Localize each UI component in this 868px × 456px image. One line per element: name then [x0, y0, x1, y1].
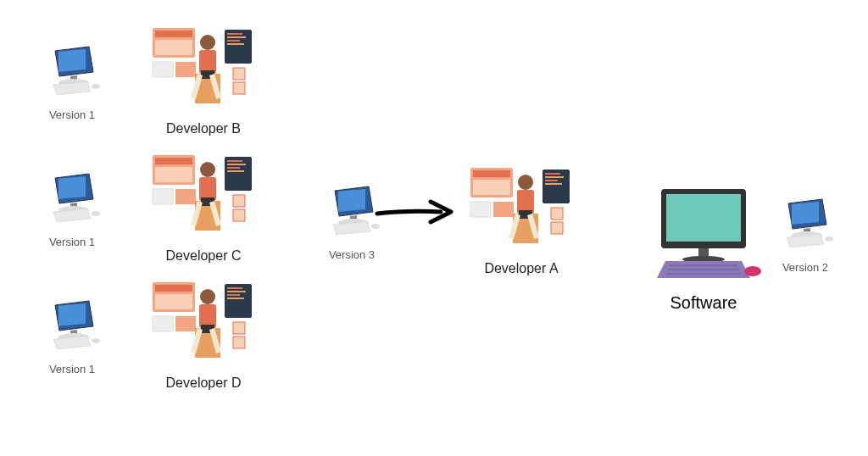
- svg-rect-49: [227, 294, 240, 296]
- svg-rect-32: [227, 164, 246, 165]
- svg-rect-45: [175, 316, 196, 331]
- svg-point-21: [200, 35, 215, 50]
- developer-label: Developer C: [144, 248, 263, 264]
- svg-rect-63: [470, 202, 491, 217]
- svg-rect-16: [227, 36, 246, 38]
- developer-label: Developer B: [144, 121, 263, 136]
- svg-point-37: [200, 162, 215, 177]
- developer-a: Developer A: [462, 161, 581, 276]
- computer-icon: [42, 42, 102, 102]
- developer-label: Developer A: [462, 261, 581, 276]
- svg-rect-54: [199, 304, 216, 328]
- developer-illustration-icon: [148, 148, 259, 242]
- svg-rect-68: [545, 180, 558, 181]
- svg-rect-28: [153, 189, 173, 204]
- svg-rect-35: [233, 195, 245, 207]
- svg-rect-43: [155, 294, 192, 309]
- svg-rect-26: [155, 158, 192, 164]
- svg-rect-38: [199, 177, 216, 201]
- svg-rect-64: [493, 202, 514, 217]
- svg-rect-48: [227, 291, 246, 292]
- svg-rect-67: [545, 176, 564, 178]
- developer-d: Developer D: [144, 275, 263, 391]
- computer-icon: [42, 297, 102, 356]
- version-label: Version 2: [767, 261, 843, 274]
- computer-icon: [776, 195, 835, 254]
- version-2-pc: Version 2: [767, 195, 843, 288]
- svg-rect-11: [155, 40, 192, 55]
- svg-point-83: [744, 266, 761, 276]
- svg-rect-57: [338, 189, 365, 212]
- svg-rect-20: [233, 82, 245, 94]
- svg-rect-13: [175, 62, 196, 77]
- svg-rect-36: [233, 209, 245, 221]
- version-1-pc-middle: Version 1: [34, 170, 110, 263]
- version-1-pc-bottom: Version 1: [34, 297, 110, 390]
- developer-illustration-icon: [148, 275, 259, 369]
- svg-rect-47: [227, 287, 242, 289]
- svg-point-86: [825, 236, 833, 242]
- svg-rect-0: [58, 49, 86, 72]
- svg-rect-29: [175, 189, 196, 204]
- svg-rect-77: [666, 194, 741, 242]
- svg-rect-33: [227, 167, 240, 169]
- svg-rect-17: [227, 40, 240, 42]
- svg-rect-78: [698, 248, 709, 257]
- developer-c: Developer C: [144, 148, 263, 264]
- svg-rect-15: [227, 33, 242, 35]
- svg-rect-71: [551, 222, 563, 234]
- svg-rect-3: [58, 176, 86, 199]
- svg-rect-6: [58, 303, 86, 326]
- developer-b: Developer B: [144, 21, 263, 136]
- svg-rect-27: [155, 167, 192, 182]
- svg-rect-42: [155, 285, 192, 292]
- version-label: Version 1: [34, 236, 110, 248]
- computer-icon: [42, 170, 102, 229]
- svg-rect-18: [227, 43, 244, 45]
- developer-label: Developer D: [144, 375, 263, 391]
- svg-rect-22: [199, 50, 216, 74]
- svg-rect-66: [545, 173, 560, 175]
- svg-rect-19: [233, 68, 245, 80]
- software-label: Software: [644, 293, 763, 313]
- developer-illustration-icon: [466, 161, 576, 254]
- svg-rect-62: [473, 180, 510, 195]
- version-label: Version 3: [314, 248, 390, 261]
- svg-point-53: [200, 289, 215, 304]
- arrow-right: [373, 195, 458, 232]
- svg-rect-51: [233, 322, 245, 334]
- arrow-icon: [373, 195, 458, 229]
- svg-point-8: [92, 338, 100, 343]
- svg-point-2: [92, 84, 100, 89]
- svg-rect-84: [792, 202, 819, 225]
- software-computer: Software: [644, 185, 763, 313]
- svg-rect-34: [227, 170, 244, 172]
- developer-illustration-icon: [148, 21, 259, 114]
- version-label: Version 1: [34, 363, 110, 375]
- version-1-pc-top: Version 1: [34, 42, 110, 136]
- svg-rect-12: [153, 62, 173, 77]
- svg-rect-70: [551, 208, 563, 220]
- svg-point-5: [92, 211, 100, 216]
- svg-rect-10: [155, 31, 192, 37]
- svg-rect-50: [227, 298, 244, 299]
- svg-rect-73: [517, 190, 534, 214]
- software-computer-icon: [644, 185, 763, 286]
- svg-rect-69: [545, 183, 562, 185]
- svg-rect-44: [153, 316, 173, 331]
- version-label: Version 1: [34, 108, 110, 121]
- svg-rect-61: [473, 170, 510, 177]
- svg-point-72: [518, 175, 533, 190]
- svg-rect-31: [227, 160, 242, 162]
- svg-rect-52: [233, 336, 245, 348]
